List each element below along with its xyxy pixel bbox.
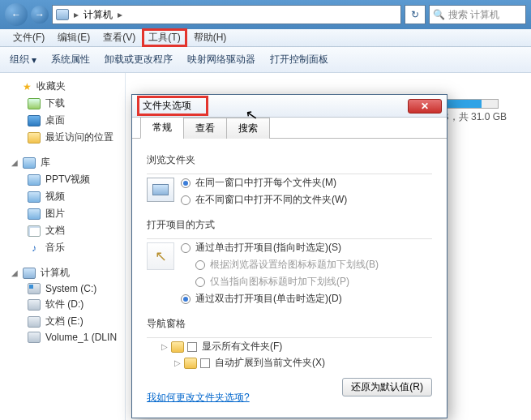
group-browse-folders: 浏览文件夹 — [147, 153, 432, 167]
navigation-bar: ← → ▸ 计算机 ▸ ↻ 🔍 搜索 计算机 — [0, 0, 531, 29]
computer-icon — [23, 268, 36, 279]
tab-general[interactable]: 常规 — [140, 117, 184, 139]
download-icon — [28, 98, 41, 109]
computer-icon — [56, 9, 69, 20]
sidebar-item-pictures[interactable]: 图片 — [0, 205, 125, 222]
drive-icon — [28, 316, 41, 328]
sidebar-item-music[interactable]: ♪音乐 — [0, 239, 125, 256]
toolbar-mapnet[interactable]: 映射网络驱动器 — [187, 53, 255, 66]
sidebar-head-favorites[interactable]: ★收藏夹 — [0, 78, 125, 95]
checkbox-icon — [187, 342, 197, 352]
picture-icon — [28, 208, 41, 220]
disk-usage-bar — [442, 99, 499, 109]
drive-icon — [28, 299, 41, 311]
toolbar-uninstall[interactable]: 卸载或更改程序 — [105, 53, 173, 66]
sidebar-item-drive-d[interactable]: 软件 (D:) — [0, 296, 125, 313]
radio-icon — [195, 260, 205, 270]
sidebar-head-libraries[interactable]: ◢库 — [0, 154, 125, 171]
toolbar-sysprop[interactable]: 系统属性 — [51, 53, 90, 66]
menu-edit[interactable]: 编辑(E) — [51, 28, 96, 47]
radio-icon — [195, 277, 205, 287]
collapse-icon: ◢ — [11, 158, 18, 167]
radio-underline-browser: 根据浏览器设置给图标标题加下划线(B) — [181, 258, 379, 272]
breadcrumb-sep: ▸ — [74, 9, 79, 20]
breadcrumb-sep: ▸ — [118, 9, 122, 20]
disk-size-text: B，共 31.0 GB — [443, 110, 507, 124]
sidebar-item-drive-vol1[interactable]: Volume_1 (DLIN — [0, 330, 125, 345]
help-link[interactable]: 我如何更改文件夹选项? — [147, 391, 250, 405]
dialog-titlebar: 文件夹选项 ✕ — [132, 95, 447, 118]
drive-icon — [28, 283, 41, 294]
radio-icon — [181, 195, 191, 205]
folder-options-dialog: 文件夹选项 ✕ 常规 查看 搜索 浏览文件夹 在同一窗口中打开每个文件夹(M) … — [131, 94, 447, 418]
tab-view[interactable]: 查看 — [183, 118, 227, 139]
menu-view[interactable]: 查看(V) — [96, 28, 142, 47]
radio-single-click[interactable]: 通过单击打开项目(指向时选定)(S) — [181, 241, 379, 255]
search-icon: 🔍 — [433, 9, 445, 20]
search-placeholder: 搜索 计算机 — [448, 8, 499, 22]
tab-search[interactable]: 搜索 — [226, 118, 270, 139]
group-click-items: 打开项目的方式 — [147, 218, 432, 232]
toolbar-organize[interactable]: 组织 ▾ — [10, 53, 36, 66]
radio-same-window[interactable]: 在同一窗口中打开每个文件夹(M) — [181, 176, 347, 190]
check-auto-expand[interactable]: 自动扩展到当前文件夹(X) — [200, 356, 325, 370]
close-icon: ✕ — [421, 101, 429, 112]
video-icon — [28, 174, 41, 186]
menu-help[interactable]: 帮助(H) — [187, 28, 233, 47]
check-show-all[interactable]: 显示所有文件夹(F) — [187, 340, 282, 354]
sidebar-item-downloads[interactable]: 下载 — [0, 95, 125, 112]
radio-icon — [181, 294, 191, 304]
restore-defaults-button[interactable]: 还原为默认值(R) — [342, 378, 432, 396]
menu-tools[interactable]: 工具(T) — [142, 28, 186, 47]
star-icon: ★ — [23, 81, 32, 92]
sidebar-item-drive-c[interactable]: System (C:) — [0, 281, 125, 296]
click-items-icon: ↖ — [147, 242, 174, 270]
radio-double-click[interactable]: 通过双击打开项目(单击时选定)(D) — [181, 292, 379, 306]
menu-bar: 文件(F) 编辑(E) 查看(V) 工具(T) 帮助(H) — [0, 29, 531, 47]
dialog-title: 文件夹选项 — [143, 100, 191, 111]
recent-icon — [28, 132, 41, 144]
music-icon: ♪ — [28, 242, 41, 254]
back-button[interactable]: ← — [5, 3, 28, 26]
radio-underline-point: 仅当指向图标标题时加下划线(P) — [181, 275, 379, 289]
dialog-body: 浏览文件夹 在同一窗口中打开每个文件夹(M) 在不同窗口中打开不同的文件夹(W)… — [132, 139, 447, 411]
toolbar-ctrlpanel[interactable]: 打开控制面板 — [270, 53, 328, 66]
chevron-down-icon: ▾ — [32, 54, 36, 66]
video-icon — [28, 191, 41, 203]
forward-button[interactable]: → — [31, 6, 49, 24]
address-text: 计算机 — [84, 8, 113, 22]
sidebar-head-computer[interactable]: ◢计算机 — [0, 264, 125, 281]
tree-expand-icon[interactable]: ▷ — [161, 342, 168, 351]
radio-icon — [181, 178, 191, 188]
checkbox-icon — [200, 358, 210, 368]
document-icon — [28, 225, 41, 237]
desktop-icon — [28, 115, 41, 126]
search-input[interactable]: 🔍 搜索 计算机 — [429, 5, 526, 24]
sidebar-item-recent[interactable]: 最近访问的位置 — [0, 129, 125, 146]
sidebar-libraries: ◢库 PPTV视频 视频 图片 文档 ♪音乐 — [0, 154, 125, 256]
toolbar: 组织 ▾ 系统属性 卸载或更改程序 映射网络驱动器 打开控制面板 — [0, 47, 531, 73]
refresh-button[interactable]: ↻ — [405, 5, 426, 24]
arrow-left-icon: ← — [11, 9, 21, 20]
menu-file[interactable]: 文件(F) — [6, 28, 51, 47]
sidebar-favorites: ★收藏夹 下载 桌面 最近访问的位置 — [0, 78, 125, 146]
sidebar-item-drive-e[interactable]: 文档 (E:) — [0, 313, 125, 330]
library-icon — [23, 157, 36, 169]
refresh-icon: ↻ — [411, 9, 419, 20]
drive-icon — [28, 332, 41, 343]
radio-icon — [181, 243, 191, 253]
sidebar-item-pptv[interactable]: PPTV视频 — [0, 171, 125, 188]
sidebar-item-videos[interactable]: 视频 — [0, 188, 125, 205]
collapse-icon: ◢ — [11, 268, 18, 277]
address-bar[interactable]: ▸ 计算机 ▸ — [52, 5, 401, 24]
close-button[interactable]: ✕ — [408, 99, 442, 114]
sidebar-computer: ◢计算机 System (C:) 软件 (D:) 文档 (E:) Volume_… — [0, 264, 125, 345]
sidebar-item-desktop[interactable]: 桌面 — [0, 112, 125, 129]
group-nav-pane: 导航窗格 — [147, 317, 432, 331]
folder-icon — [171, 341, 184, 353]
sidebar-item-documents[interactable]: 文档 — [0, 222, 125, 239]
radio-diff-window[interactable]: 在不同窗口中打开不同的文件夹(W) — [181, 193, 347, 207]
tree-expand-icon[interactable]: ▷ — [174, 358, 181, 367]
arrow-right-icon: → — [35, 9, 45, 20]
dialog-tabs: 常规 查看 搜索 — [132, 118, 447, 139]
